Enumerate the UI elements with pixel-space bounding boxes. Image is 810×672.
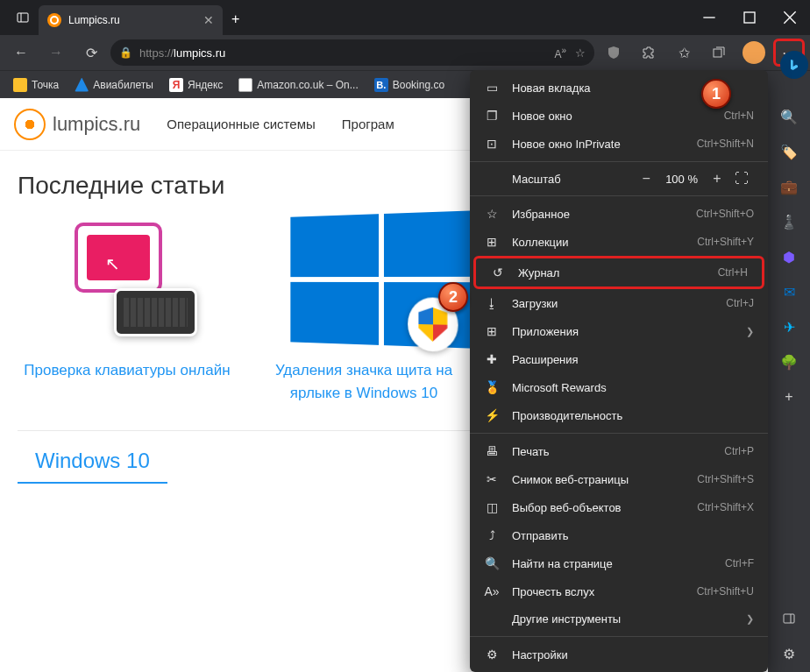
menu-read-aloud[interactable]: A»Прочесть вслухCtrl+Shift+U [470, 577, 768, 605]
callout-2: 2 [438, 282, 468, 312]
svg-rect-0 [18, 13, 28, 22]
bookmark-item[interactable]: Точка [7, 75, 65, 95]
menu-collections[interactable]: ⊞КоллекцииCtrl+Shift+Y [470, 228, 768, 256]
favorites-star-icon[interactable]: ✩ [668, 39, 700, 67]
outlook-icon[interactable]: ✉ [779, 282, 799, 301]
svg-rect-3 [744, 12, 755, 23]
add-sidebar-icon[interactable]: + [779, 387, 799, 407]
download-icon: ⭳ [484, 296, 500, 310]
menu-separator [470, 161, 768, 162]
menu-rewards[interactable]: 🏅Microsoft Rewards [470, 373, 768, 401]
article-card[interactable]: ↖ Проверка клавиатуры онлайн [18, 214, 237, 404]
menu-print[interactable]: 🖶ПечатьCtrl+P [470, 437, 768, 465]
tree-icon[interactable]: 🌳 [779, 352, 799, 371]
print-icon: 🖶 [484, 444, 500, 458]
svg-rect-7 [784, 614, 794, 623]
extensions-icon[interactable] [633, 39, 664, 67]
favorite-icon[interactable]: ☆ [575, 46, 586, 60]
browser-tab[interactable]: Lumpics.ru ✕ [39, 5, 223, 35]
zoom-in-button[interactable]: + [705, 171, 729, 187]
back-button[interactable]: ← [5, 39, 37, 67]
zoom-value: 100 % [658, 173, 705, 186]
apps-icon: ⊞ [484, 324, 500, 338]
menu-separator [470, 636, 768, 637]
tab-close-icon[interactable]: ✕ [203, 13, 214, 27]
nav-os[interactable]: Операционные системы [167, 117, 316, 131]
card-title: Удаления значка щита на ярлыке в Windows… [254, 359, 473, 404]
tab-actions-icon[interactable] [7, 4, 39, 32]
maximize-button[interactable] [729, 0, 770, 35]
games-icon[interactable]: ♟️ [779, 212, 799, 231]
bookmark-label: Авиабилеты [93, 79, 153, 91]
inprivate-icon: ⊡ [484, 137, 500, 151]
history-icon: ↺ [490, 265, 506, 279]
menu-extensions[interactable]: ✚Расширения [470, 345, 768, 373]
tools-icon[interactable]: 💼 [779, 177, 799, 196]
main-menu-dropdown: ▭Новая вкладка ❐Новое окноCtrl+N ⊡Новое … [470, 70, 768, 672]
minimize-button[interactable] [689, 0, 729, 35]
read-aloud-icon: A» [484, 584, 500, 598]
address-bar[interactable]: 🔒 https://lumpics.ru A» ☆ [110, 39, 594, 66]
shopping-icon[interactable]: 🏷️ [779, 142, 799, 161]
window-controls [689, 0, 810, 35]
menu-screenshot[interactable]: ✂Снимок веб-страницыCtrl+Shift+S [470, 465, 768, 493]
menu-history[interactable]: ↺ЖурналCtrl+H [473, 256, 764, 289]
bookmark-item[interactable]: Amazon.co.uk – On... [232, 75, 364, 95]
menu-performance[interactable]: ⚡Производительность [470, 401, 768, 429]
gear-icon: ⚙ [484, 647, 500, 661]
logo-text: lumpics.ru [53, 113, 140, 136]
bookmark-label: Amazon.co.uk – On... [257, 79, 358, 91]
nav-programs[interactable]: Програм [342, 117, 394, 131]
lock-icon[interactable]: 🔒 [119, 46, 132, 59]
search-icon[interactable]: 🔍 [779, 107, 799, 126]
fullscreen-button[interactable]: ⛶ [729, 171, 754, 187]
star-icon: ☆ [484, 207, 500, 221]
menu-share[interactable]: ⤴Отправить [470, 521, 768, 549]
office-icon[interactable]: ⬢ [779, 247, 799, 266]
article-card[interactable]: Удаления значка щита на ярлыке в Windows… [254, 214, 473, 404]
logo-icon [14, 109, 46, 140]
menu-downloads[interactable]: ⭳ЗагрузкиCtrl+J [470, 289, 768, 317]
menu-more-tools[interactable]: Другие инструменты❯ [470, 605, 768, 633]
extensions-icon: ✚ [484, 352, 500, 366]
select-icon: ◫ [484, 500, 500, 514]
sidebar-panel-icon[interactable] [779, 609, 799, 628]
window-icon: ❐ [484, 109, 500, 123]
bookmark-item[interactable]: ЯЯндекс [163, 75, 229, 95]
site-logo[interactable]: lumpics.ru [14, 109, 140, 140]
profile-avatar[interactable] [738, 39, 770, 67]
shield-icon[interactable] [598, 39, 629, 67]
menu-settings[interactable]: ⚙Настройки [470, 640, 768, 668]
chevron-right-icon: ❯ [746, 326, 754, 337]
new-tab-button[interactable]: + [223, 11, 248, 27]
refresh-button[interactable]: ⟳ [75, 39, 107, 67]
callout-1: 1 [701, 79, 731, 109]
titlebar: Lumpics.ru ✕ + [0, 0, 810, 35]
zoom-out-button[interactable]: − [634, 171, 658, 187]
messenger-icon[interactable]: ✈ [779, 317, 799, 336]
sidebar-settings-icon[interactable]: ⚙ [779, 644, 799, 663]
bookmark-label: Booking.co [393, 79, 444, 91]
section-win10-title[interactable]: Windows 10 [18, 440, 167, 484]
chevron-right-icon: ❯ [746, 613, 754, 625]
rewards-icon: 🏅 [484, 380, 500, 394]
menu-zoom: Масштаб − 100 % + ⛶ [470, 166, 768, 192]
menu-new-inprivate[interactable]: ⊡Новое окно InPrivateCtrl+Shift+N [470, 130, 768, 158]
bookmark-item[interactable]: B.Booking.co [368, 75, 451, 95]
menu-find[interactable]: 🔍Найти на страницеCtrl+F [470, 549, 768, 577]
bookmark-item[interactable]: Авиабилеты [68, 75, 160, 95]
reader-icon[interactable]: A» [554, 46, 566, 60]
close-button[interactable] [770, 0, 810, 35]
screenshot-icon: ✂ [484, 472, 500, 486]
toolbar: ← → ⟳ 🔒 https://lumpics.ru A» ☆ ✩ ⋯ [0, 35, 810, 70]
collections-icon: ⊞ [484, 235, 500, 249]
bookmark-label: Яндекс [188, 79, 223, 91]
collections-icon[interactable] [703, 39, 735, 67]
edge-sidebar: 🔍 🏷️ 💼 ♟️ ⬢ ✉ ✈ 🌳 + ⚙ [768, 98, 810, 672]
menu-web-select[interactable]: ◫Выбор веб-объектовCtrl+Shift+X [470, 493, 768, 521]
menu-favorites[interactable]: ☆ИзбранноеCtrl+Shift+O [470, 200, 768, 228]
card-title: Проверка клавиатуры онлайн [18, 359, 237, 382]
performance-icon: ⚡ [484, 408, 500, 422]
menu-apps[interactable]: ⊞Приложения❯ [470, 317, 768, 345]
bing-sidebar-icon[interactable] [780, 51, 808, 79]
